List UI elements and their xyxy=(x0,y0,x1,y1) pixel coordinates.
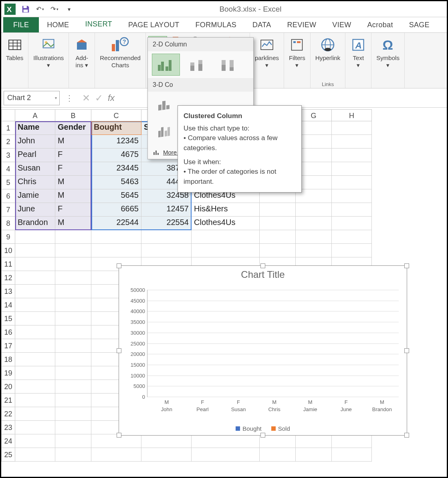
row-header[interactable]: 3 xyxy=(1,149,15,162)
fx-icon[interactable]: fx xyxy=(108,93,115,103)
cell[interactable]: Jamie xyxy=(15,189,55,203)
cell[interactable] xyxy=(91,244,141,257)
cell[interactable]: M xyxy=(55,217,91,230)
cell[interactable] xyxy=(15,271,55,285)
cell[interactable]: June xyxy=(15,203,55,217)
cell[interactable] xyxy=(15,366,55,380)
column-header[interactable]: C xyxy=(91,109,141,121)
cell[interactable]: 5463 xyxy=(91,176,141,189)
cell[interactable] xyxy=(260,244,296,257)
column-header[interactable]: A xyxy=(15,109,55,121)
row-header[interactable]: 4 xyxy=(1,162,15,176)
addins-button[interactable]: Add- ins ▾ xyxy=(71,35,92,70)
cell[interactable]: M xyxy=(55,176,91,189)
cell[interactable] xyxy=(55,380,91,394)
cell[interactable]: 4675 xyxy=(91,149,141,162)
cell[interactable] xyxy=(296,244,332,257)
cell[interactable]: 6665 xyxy=(91,203,141,217)
row-header[interactable]: 24 xyxy=(1,434,15,448)
tab-insert[interactable]: INSERT xyxy=(77,17,120,32)
tab-acrobat[interactable]: Acrobat xyxy=(359,17,401,32)
3d-clustered-option[interactable] xyxy=(152,94,180,116)
clustered-column-option[interactable] xyxy=(152,54,180,76)
cell[interactable]: John xyxy=(15,135,55,149)
stacked-column-option[interactable] xyxy=(183,54,211,76)
cell[interactable] xyxy=(332,244,372,257)
cell[interactable]: F xyxy=(55,162,91,176)
cell[interactable] xyxy=(332,121,372,135)
cell[interactable]: His&Hers xyxy=(192,203,260,217)
cell[interactable] xyxy=(15,230,55,244)
cell[interactable]: F xyxy=(55,149,91,162)
cell[interactable] xyxy=(55,325,91,339)
select-all-corner[interactable] xyxy=(1,109,15,121)
cell[interactable]: Gender xyxy=(55,121,91,135)
undo-icon[interactable]: ↶▾ xyxy=(36,5,44,14)
cell[interactable] xyxy=(296,217,332,230)
cell[interactable] xyxy=(55,421,91,434)
cell[interactable] xyxy=(15,325,55,339)
cell[interactable]: M xyxy=(55,135,91,149)
cell[interactable] xyxy=(332,176,372,189)
hyperlink-button[interactable]: Hyperlink xyxy=(313,35,343,63)
row-header[interactable]: 10 xyxy=(1,244,15,257)
cell[interactable] xyxy=(15,339,55,353)
cell[interactable] xyxy=(296,230,332,244)
cell[interactable] xyxy=(55,312,91,325)
cell[interactable]: Clothes4Us xyxy=(192,217,260,230)
cell[interactable] xyxy=(296,448,332,462)
tab-formulas[interactable]: FORMULAS xyxy=(188,17,244,32)
cell[interactable] xyxy=(55,257,91,271)
row-header[interactable]: 14 xyxy=(1,298,15,312)
tab-home[interactable]: HOME xyxy=(39,17,77,32)
cell[interactable] xyxy=(332,149,372,162)
filters-button[interactable]: Filters▾ xyxy=(287,35,308,70)
cell[interactable] xyxy=(55,230,91,244)
cell[interactable] xyxy=(260,203,296,217)
text-button[interactable]: A Text▾ xyxy=(348,35,369,70)
recommended-charts-button[interactable]: ? Recommended Charts xyxy=(97,35,143,70)
row-header[interactable]: 9 xyxy=(1,230,15,244)
tab-page-layout[interactable]: PAGE LAYOUT xyxy=(120,17,188,32)
3d-column-option[interactable] xyxy=(152,121,180,143)
name-box[interactable]: Chart 2 xyxy=(4,91,60,105)
cell[interactable] xyxy=(55,271,91,285)
row-header[interactable]: 13 xyxy=(1,285,15,298)
tables-button[interactable]: Tables xyxy=(4,35,26,63)
redo-icon[interactable]: ↷▾ xyxy=(50,5,59,14)
cell[interactable] xyxy=(15,380,55,394)
cell[interactable] xyxy=(15,257,55,271)
cell[interactable] xyxy=(15,434,55,448)
row-header[interactable]: 16 xyxy=(1,325,15,339)
cell[interactable] xyxy=(296,434,332,448)
cell[interactable]: 5645 xyxy=(91,189,141,203)
cell[interactable] xyxy=(332,217,372,230)
cell[interactable] xyxy=(55,434,91,448)
row-header[interactable]: 17 xyxy=(1,339,15,353)
row-header[interactable]: 12 xyxy=(1,271,15,285)
cell[interactable]: Brandon xyxy=(15,217,55,230)
enter-formula-icon[interactable]: ✓ xyxy=(95,92,103,104)
chart-plot-area[interactable]: 0500010000150002000025000300003500040000… xyxy=(147,290,399,397)
chart-legend[interactable]: Bought Sold xyxy=(119,425,407,432)
row-header[interactable]: 19 xyxy=(1,366,15,380)
row-header[interactable]: 2 xyxy=(1,135,15,149)
save-icon[interactable] xyxy=(21,5,30,14)
row-header[interactable]: 15 xyxy=(1,312,15,325)
tab-file[interactable]: FILE xyxy=(3,17,39,32)
row-header[interactable]: 23 xyxy=(1,421,15,434)
cell[interactable]: 12345 xyxy=(91,135,141,149)
qat-customize-icon[interactable]: ▾ xyxy=(65,5,73,14)
cell[interactable] xyxy=(55,366,91,380)
100-stacked-column-option[interactable] xyxy=(214,54,242,76)
row-header[interactable]: 25 xyxy=(1,448,15,462)
cell[interactable]: 23445 xyxy=(91,162,141,176)
cell[interactable] xyxy=(296,203,332,217)
cell[interactable] xyxy=(192,244,260,257)
cell[interactable] xyxy=(15,244,55,257)
row-header[interactable]: 8 xyxy=(1,217,15,230)
cell[interactable] xyxy=(55,448,91,462)
column-header[interactable]: B xyxy=(55,109,91,121)
cell[interactable] xyxy=(260,230,296,244)
tab-data[interactable]: DATA xyxy=(244,17,279,32)
